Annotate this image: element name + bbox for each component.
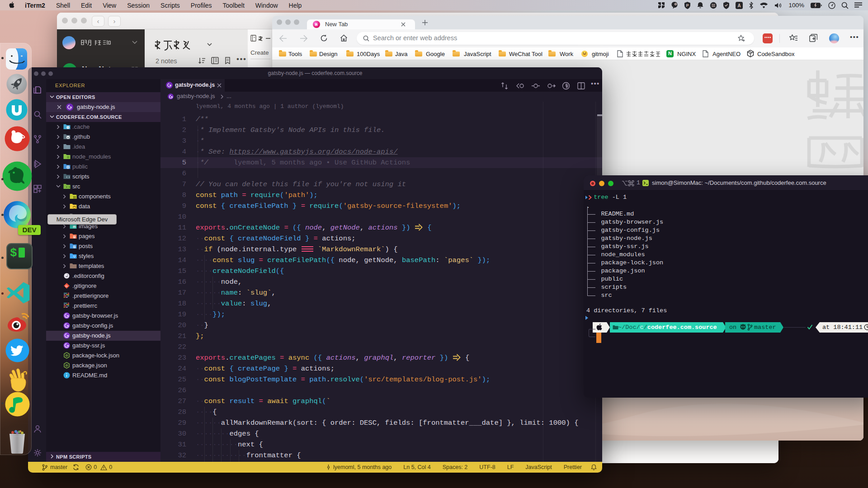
svg-text:A: A [738, 3, 741, 8]
svg-text:P: P [686, 3, 689, 7]
